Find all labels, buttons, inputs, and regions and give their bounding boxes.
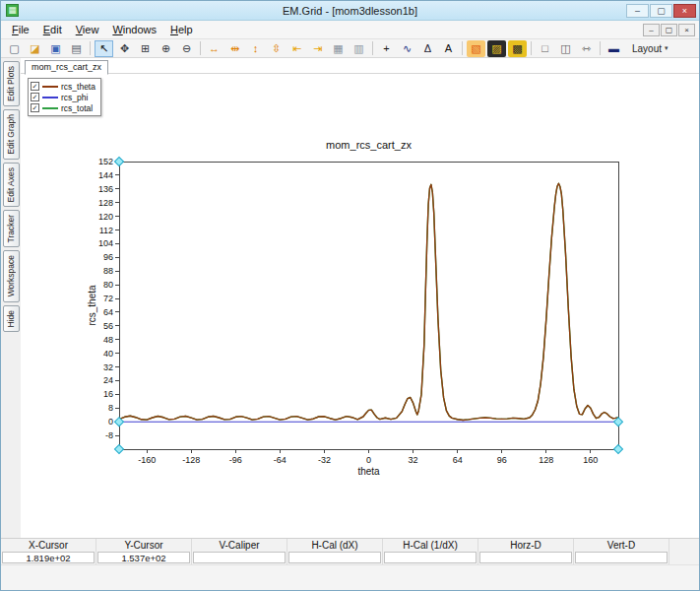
status-filler	[669, 551, 699, 564]
data-table-button[interactable]: ▥	[350, 40, 368, 57]
x-tick-label: 160	[583, 455, 598, 465]
frame-icon: □	[541, 42, 548, 54]
tracker-tool[interactable]: ∿	[398, 40, 416, 57]
graph-properties-button[interactable]: ▦	[329, 40, 348, 57]
toolbar-separator	[200, 41, 201, 55]
y-tick-label: 32	[103, 362, 113, 372]
legend-checkbox-rcs-theta[interactable]: ✓	[31, 82, 39, 91]
pattern-light-button[interactable]: ▩	[508, 40, 527, 57]
app-icon: ▦	[6, 4, 19, 17]
menu-file[interactable]: File	[5, 22, 36, 37]
legend-line-sample	[42, 86, 58, 88]
legend-band-button[interactable]: ▬	[605, 40, 623, 57]
y-tick-label: 16	[103, 389, 113, 399]
menu-help[interactable]: Help	[163, 22, 200, 37]
layout-dropdown[interactable]: Layout▾	[625, 40, 675, 57]
sidebar-tab-label: Hide	[6, 310, 16, 327]
x-tick-label: 64	[453, 455, 463, 465]
selection-handle[interactable]	[114, 157, 123, 165]
sidebar-tab-workspace[interactable]: Workspace	[3, 250, 20, 301]
sidebar-tab-hide[interactable]: Hide	[3, 305, 20, 332]
print-button[interactable]: ▤	[67, 40, 86, 57]
open-button[interactable]: ◪	[26, 40, 44, 57]
menu-windows[interactable]: Windows	[105, 22, 163, 37]
sidebar-tab-edit-plots[interactable]: Edit Plots	[3, 61, 20, 106]
menu-edit[interactable]: Edit	[36, 22, 69, 37]
chart-title: mom_rcs_cart_zx	[326, 139, 412, 151]
y-tick-label: 72	[103, 294, 113, 303]
title-bar: ▦ EM.Grid - [mom3dlesson1b] – ▢ ×	[1, 1, 699, 21]
expand-y-icon: ↕	[253, 42, 259, 54]
sidebar-tab-edit-graph[interactable]: Edit Graph	[3, 109, 20, 160]
status-header-horz-d: Horz-D	[478, 539, 574, 551]
maximize-button[interactable]: ▢	[650, 4, 672, 18]
toolbar-separator	[600, 41, 601, 55]
text-tool[interactable]: A	[439, 40, 458, 57]
sidebar-tab-tracker[interactable]: Tracker	[3, 210, 20, 248]
selection-handle[interactable]	[114, 444, 123, 453]
print-icon: ▤	[71, 42, 81, 55]
legend-band-icon: ▬	[608, 42, 619, 54]
span-button[interactable]: ⇿	[577, 40, 596, 57]
legend-checkbox-rcs-phi[interactable]: ✓	[31, 93, 39, 101]
x-tick-label: 0	[366, 455, 371, 465]
pattern-light-icon: ▩	[512, 42, 522, 55]
chart-canvas[interactable]: mom_rcs_cart_zxthetarcs_theta-160-128-96…	[21, 58, 699, 538]
close-button[interactable]: ×	[673, 4, 696, 18]
status-value-v-caliper	[193, 552, 286, 563]
zoom-out-tool[interactable]: ⊖	[177, 40, 196, 57]
status-cell-vert-d	[574, 551, 669, 564]
autoscale-y-icon: ⇥	[313, 42, 322, 55]
status-header-h-cal-dx: H-Cal (dX)	[287, 539, 383, 551]
sidebar-tab-edit-axes[interactable]: Edit Axes	[3, 163, 20, 207]
compress-y-button[interactable]: ⇳	[267, 40, 286, 57]
minimize-button[interactable]: –	[626, 4, 649, 18]
window-bottom-frame	[1, 564, 699, 590]
select-tool[interactable]: ↖	[95, 40, 113, 57]
pan-tool[interactable]: ✥	[115, 40, 134, 57]
autoscale-x-button[interactable]: ⇤	[287, 40, 306, 57]
crosshair-tool[interactable]: +	[377, 40, 396, 57]
pan-icon: ✥	[120, 42, 129, 55]
mdi-close-button[interactable]: ×	[678, 24, 695, 36]
series-rcs_theta[interactable]	[119, 183, 618, 420]
x-tick-label: -128	[182, 455, 200, 465]
legend-label: rcs_theta	[61, 82, 95, 92]
crosshair-icon: +	[383, 42, 389, 54]
status-cell-x-cursor: 1.819e+02	[1, 551, 96, 564]
zoom-in-tool[interactable]: ⊕	[157, 40, 175, 57]
expand-y-button[interactable]: ↕	[246, 40, 265, 57]
status-value-y-cursor: 1.537e+02	[97, 552, 190, 563]
save-icon: ▣	[50, 42, 60, 55]
y-tick-label: 88	[103, 266, 113, 276]
zoom-window-tool[interactable]: ⊞	[136, 40, 155, 57]
menu-view[interactable]: View	[69, 22, 106, 37]
selection-handle[interactable]	[613, 444, 622, 453]
axes-frame-button[interactable]: ◫	[556, 40, 575, 57]
pattern-dark-icon: ▨	[491, 42, 501, 55]
document-tab[interactable]: mom_rcs_cart_zx	[25, 60, 108, 75]
legend-label: rcs_phi	[61, 93, 88, 102]
legend-checkbox-rcs-total[interactable]: ✓	[31, 103, 39, 112]
caliper-tool[interactable]: Δ	[418, 40, 437, 57]
legend-row-rcs-theta: ✓rcs_theta	[31, 81, 95, 92]
new-button[interactable]: ▢	[5, 40, 24, 57]
pattern-dark-button[interactable]: ▨	[487, 40, 506, 57]
autoscale-y-button[interactable]: ⇥	[308, 40, 327, 57]
mdi-restore-button[interactable]: ▢	[661, 24, 677, 36]
colormap-button[interactable]: ▧	[467, 40, 485, 57]
frame-button[interactable]: □	[536, 40, 554, 57]
compress-x-button[interactable]: ⇹	[225, 40, 244, 57]
plot-legend: ✓rcs_theta✓rcs_phi✓rcs_total	[28, 78, 101, 116]
y-tick-label: 56	[103, 321, 113, 331]
status-header-vert-d: Vert-D	[574, 539, 669, 551]
status-filler	[669, 539, 699, 551]
save-button[interactable]: ▣	[46, 40, 65, 57]
status-header-y-cursor: Y-Cursor	[96, 539, 192, 551]
mdi-minimize-button[interactable]: –	[643, 24, 660, 36]
status-bar-headers: X-CursorY-CursorV-CaliperH-Cal (dX)H-Cal…	[1, 538, 699, 551]
y-tick-label: 40	[103, 349, 113, 359]
series-rcs_total[interactable]	[119, 183, 618, 420]
x-axis-label: theta	[357, 466, 380, 477]
expand-x-button[interactable]: ↔	[205, 40, 223, 57]
